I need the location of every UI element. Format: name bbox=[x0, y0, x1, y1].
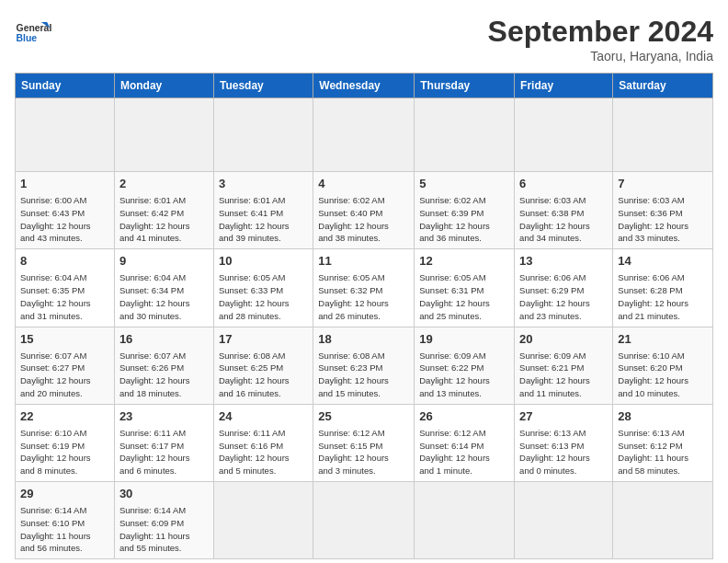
calendar-cell bbox=[213, 482, 313, 559]
day-number: 21 bbox=[618, 331, 708, 348]
week-row-2: 8Sunrise: 6:04 AM Sunset: 6:35 PM Daylig… bbox=[16, 249, 713, 327]
week-row-4: 22Sunrise: 6:10 AM Sunset: 6:19 PM Dayli… bbox=[16, 404, 713, 481]
calendar-cell bbox=[16, 98, 115, 172]
day-number: 3 bbox=[219, 176, 308, 192]
calendar-cell bbox=[313, 482, 415, 559]
week-row-5: 29Sunrise: 6:14 AM Sunset: 6:10 PM Dayli… bbox=[16, 482, 713, 559]
day-info: Sunrise: 6:12 AM Sunset: 6:14 PM Dayligh… bbox=[419, 427, 509, 477]
day-number: 5 bbox=[419, 176, 509, 192]
calendar-cell: 16Sunrise: 6:07 AM Sunset: 6:26 PM Dayli… bbox=[114, 327, 213, 404]
day-number: 7 bbox=[618, 176, 708, 192]
calendar-cell bbox=[213, 98, 313, 172]
day-number: 13 bbox=[519, 253, 608, 270]
day-number: 4 bbox=[318, 176, 409, 192]
calendar-cell: 11Sunrise: 6:05 AM Sunset: 6:32 PM Dayli… bbox=[313, 249, 415, 327]
day-number: 18 bbox=[318, 331, 409, 348]
day-number: 26 bbox=[419, 408, 509, 425]
calendar-cell: 30Sunrise: 6:14 AM Sunset: 6:09 PM Dayli… bbox=[114, 482, 213, 559]
day-info: Sunrise: 6:02 AM Sunset: 6:39 PM Dayligh… bbox=[419, 194, 509, 245]
day-number: 9 bbox=[119, 253, 209, 270]
day-info: Sunrise: 6:10 AM Sunset: 6:20 PM Dayligh… bbox=[618, 350, 708, 400]
calendar-cell: 29Sunrise: 6:14 AM Sunset: 6:10 PM Dayli… bbox=[16, 482, 115, 559]
calendar-cell bbox=[613, 98, 713, 172]
logo: General Blue bbox=[15, 15, 55, 52]
title-area: September 2024 Taoru, Haryana, India bbox=[488, 15, 713, 63]
calendar-cell: 6Sunrise: 6:03 AM Sunset: 6:38 PM Daylig… bbox=[515, 172, 613, 249]
location-title: Taoru, Haryana, India bbox=[488, 49, 713, 63]
header-row: SundayMondayTuesdayWednesdayThursdayFrid… bbox=[16, 74, 713, 98]
day-info: Sunrise: 6:05 AM Sunset: 6:31 PM Dayligh… bbox=[419, 271, 509, 322]
calendar-cell: 23Sunrise: 6:11 AM Sunset: 6:17 PM Dayli… bbox=[114, 404, 213, 481]
calendar-cell: 21Sunrise: 6:10 AM Sunset: 6:20 PM Dayli… bbox=[613, 327, 713, 404]
calendar-cell bbox=[114, 98, 213, 172]
day-info: Sunrise: 6:11 AM Sunset: 6:17 PM Dayligh… bbox=[119, 427, 209, 477]
day-number: 16 bbox=[119, 331, 209, 348]
month-title: September 2024 bbox=[488, 15, 713, 49]
day-info: Sunrise: 6:06 AM Sunset: 6:29 PM Dayligh… bbox=[519, 271, 608, 322]
calendar-cell: 19Sunrise: 6:09 AM Sunset: 6:22 PM Dayli… bbox=[415, 327, 515, 404]
calendar-cell bbox=[515, 98, 613, 172]
day-info: Sunrise: 6:03 AM Sunset: 6:38 PM Dayligh… bbox=[519, 194, 608, 245]
day-number: 25 bbox=[318, 408, 409, 425]
day-number: 20 bbox=[519, 331, 608, 348]
day-number: 15 bbox=[20, 331, 109, 348]
calendar-cell: 1Sunrise: 6:00 AM Sunset: 6:43 PM Daylig… bbox=[16, 172, 115, 249]
day-info: Sunrise: 6:02 AM Sunset: 6:40 PM Dayligh… bbox=[318, 194, 409, 245]
day-info: Sunrise: 6:03 AM Sunset: 6:36 PM Dayligh… bbox=[618, 194, 708, 245]
day-number: 29 bbox=[20, 486, 109, 502]
calendar-cell: 3Sunrise: 6:01 AM Sunset: 6:41 PM Daylig… bbox=[213, 172, 313, 249]
col-header-wednesday: Wednesday bbox=[313, 74, 415, 98]
day-number: 6 bbox=[519, 176, 608, 192]
calendar-cell bbox=[415, 482, 515, 559]
day-info: Sunrise: 6:00 AM Sunset: 6:43 PM Dayligh… bbox=[20, 194, 109, 245]
calendar-cell bbox=[313, 98, 415, 172]
day-info: Sunrise: 6:11 AM Sunset: 6:16 PM Dayligh… bbox=[219, 427, 308, 477]
day-info: Sunrise: 6:04 AM Sunset: 6:35 PM Dayligh… bbox=[20, 271, 109, 322]
calendar-cell: 13Sunrise: 6:06 AM Sunset: 6:29 PM Dayli… bbox=[515, 249, 613, 327]
calendar-cell: 20Sunrise: 6:09 AM Sunset: 6:21 PM Dayli… bbox=[515, 327, 613, 404]
calendar-cell: 9Sunrise: 6:04 AM Sunset: 6:34 PM Daylig… bbox=[114, 249, 213, 327]
day-info: Sunrise: 6:08 AM Sunset: 6:23 PM Dayligh… bbox=[318, 350, 409, 400]
day-info: Sunrise: 6:04 AM Sunset: 6:34 PM Dayligh… bbox=[119, 271, 209, 322]
day-info: Sunrise: 6:01 AM Sunset: 6:41 PM Dayligh… bbox=[219, 194, 308, 245]
calendar-cell: 10Sunrise: 6:05 AM Sunset: 6:33 PM Dayli… bbox=[213, 249, 313, 327]
calendar-cell: 5Sunrise: 6:02 AM Sunset: 6:39 PM Daylig… bbox=[415, 172, 515, 249]
day-info: Sunrise: 6:14 AM Sunset: 6:09 PM Dayligh… bbox=[119, 504, 209, 555]
day-info: Sunrise: 6:07 AM Sunset: 6:26 PM Dayligh… bbox=[119, 350, 209, 400]
day-number: 10 bbox=[219, 253, 308, 270]
svg-text:Blue: Blue bbox=[17, 33, 38, 43]
week-row-1: 1Sunrise: 6:00 AM Sunset: 6:43 PM Daylig… bbox=[16, 172, 713, 249]
calendar-cell: 28Sunrise: 6:13 AM Sunset: 6:12 PM Dayli… bbox=[613, 404, 713, 481]
calendar-cell bbox=[613, 482, 713, 559]
day-info: Sunrise: 6:08 AM Sunset: 6:25 PM Dayligh… bbox=[219, 350, 308, 400]
day-number: 2 bbox=[119, 176, 209, 192]
day-number: 12 bbox=[419, 253, 509, 270]
day-number: 1 bbox=[20, 176, 109, 192]
calendar-cell bbox=[415, 98, 515, 172]
day-info: Sunrise: 6:07 AM Sunset: 6:27 PM Dayligh… bbox=[20, 350, 109, 400]
day-info: Sunrise: 6:14 AM Sunset: 6:10 PM Dayligh… bbox=[20, 504, 109, 555]
calendar-table: SundayMondayTuesdayWednesdayThursdayFrid… bbox=[15, 73, 713, 559]
day-info: Sunrise: 6:09 AM Sunset: 6:22 PM Dayligh… bbox=[419, 350, 509, 400]
day-info: Sunrise: 6:10 AM Sunset: 6:19 PM Dayligh… bbox=[20, 427, 109, 477]
calendar-cell: 24Sunrise: 6:11 AM Sunset: 6:16 PM Dayli… bbox=[213, 404, 313, 481]
day-number: 30 bbox=[119, 486, 209, 502]
col-header-monday: Monday bbox=[114, 74, 213, 98]
day-info: Sunrise: 6:13 AM Sunset: 6:13 PM Dayligh… bbox=[519, 427, 608, 477]
day-number: 28 bbox=[618, 408, 708, 425]
calendar-cell: 15Sunrise: 6:07 AM Sunset: 6:27 PM Dayli… bbox=[16, 327, 115, 404]
calendar-cell: 7Sunrise: 6:03 AM Sunset: 6:36 PM Daylig… bbox=[613, 172, 713, 249]
calendar-cell: 26Sunrise: 6:12 AM Sunset: 6:14 PM Dayli… bbox=[415, 404, 515, 481]
day-info: Sunrise: 6:13 AM Sunset: 6:12 PM Dayligh… bbox=[618, 427, 708, 477]
day-info: Sunrise: 6:05 AM Sunset: 6:32 PM Dayligh… bbox=[318, 271, 409, 322]
col-header-friday: Friday bbox=[515, 74, 613, 98]
calendar-cell: 14Sunrise: 6:06 AM Sunset: 6:28 PM Dayli… bbox=[613, 249, 713, 327]
day-number: 19 bbox=[419, 331, 509, 348]
calendar-cell: 12Sunrise: 6:05 AM Sunset: 6:31 PM Dayli… bbox=[415, 249, 515, 327]
calendar-cell: 4Sunrise: 6:02 AM Sunset: 6:40 PM Daylig… bbox=[313, 172, 415, 249]
day-info: Sunrise: 6:09 AM Sunset: 6:21 PM Dayligh… bbox=[519, 350, 608, 400]
day-number: 24 bbox=[219, 408, 308, 425]
day-number: 17 bbox=[219, 331, 308, 348]
col-header-thursday: Thursday bbox=[415, 74, 515, 98]
day-number: 8 bbox=[20, 253, 109, 270]
